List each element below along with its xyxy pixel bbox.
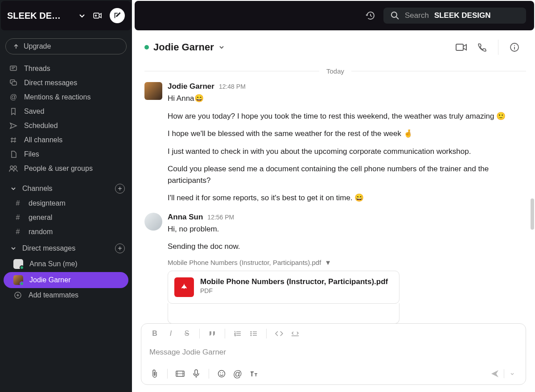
scrollbar[interactable] (531, 198, 534, 230)
nav-threads[interactable]: Threads (0, 62, 132, 76)
attachment-card[interactable]: Mobile Phone Numbers (Instructor, Partic… (168, 271, 399, 304)
info-icon[interactable] (506, 39, 523, 55)
emoji-icon[interactable] (214, 367, 229, 380)
add-teammates[interactable]: Add teammates (4, 288, 128, 302)
add-dm-icon[interactable]: + (115, 243, 125, 253)
workspace-switcher[interactable]: SLEEK DE… (1, 1, 131, 30)
svg-rect-15 (195, 370, 198, 375)
chevron-down-icon (78, 12, 86, 19)
mic-icon[interactable] (189, 367, 203, 380)
nav-people[interactable]: People & user groups (0, 161, 132, 176)
message-input[interactable]: Message Jodie Garner (141, 343, 526, 365)
search-placeholder: Search (405, 11, 429, 20)
plus-circle-icon (13, 291, 22, 299)
upgrade-button[interactable]: Upgrade (5, 38, 127, 54)
mention-icon[interactable]: @ (230, 367, 245, 380)
phone-call-icon[interactable] (474, 39, 490, 55)
upgrade-icon (13, 43, 19, 50)
date-divider: Today (144, 67, 526, 75)
message-list[interactable]: Today Jodie Garner12:48 PM Hi Anna😄 How … (132, 65, 535, 323)
pdf-icon (174, 277, 194, 297)
code-button[interactable] (272, 327, 286, 340)
format-toolbar: B I S (141, 324, 526, 343)
channel-random[interactable]: #random (4, 225, 128, 239)
compose-icon[interactable] (110, 8, 125, 23)
topbar: Search SLEEK DESIGN (135, 1, 534, 30)
strike-button[interactable]: S (180, 327, 194, 340)
people-icon (9, 165, 18, 172)
quote-button[interactable] (205, 327, 219, 340)
svg-point-7 (391, 12, 397, 17)
ordered-list-button[interactable] (230, 327, 245, 340)
workspace-name: SLEEK DE… (7, 11, 74, 21)
search-input[interactable]: Search SLEEK DESIGN (383, 8, 526, 24)
svg-point-11 (251, 331, 252, 333)
nav-all-channels[interactable]: All channels (0, 133, 132, 147)
channel-general[interactable]: #general (4, 210, 128, 225)
bullet-list-button[interactable] (247, 327, 261, 340)
history-icon[interactable] (366, 11, 375, 21)
caret-down-icon: ▼ (325, 259, 331, 266)
bold-button[interactable]: B (148, 327, 162, 340)
upgrade-label: Upgrade (24, 42, 51, 50)
attach-icon[interactable] (148, 367, 162, 380)
svg-point-4 (10, 166, 13, 169)
dm-icon (9, 79, 18, 87)
italic-button[interactable]: I (164, 327, 178, 340)
svg-point-10 (514, 45, 515, 46)
svg-rect-3 (12, 82, 16, 85)
sender-name[interactable]: Jodie Garner (168, 82, 214, 91)
message-text: Hi Anna😄 (168, 93, 526, 104)
video-clip-icon[interactable] (173, 367, 187, 380)
svg-rect-1 (10, 66, 16, 70)
send-button[interactable] (487, 367, 503, 380)
chat-header: Jodie Garner (132, 30, 535, 65)
nav-scheduled[interactable]: Scheduled (0, 119, 132, 133)
search-target: SLEEK DESIGN (434, 11, 491, 20)
presence-indicator (20, 265, 24, 270)
dm-jodie-garner[interactable]: Jodie Garner (4, 272, 128, 288)
code-block-button[interactable] (288, 327, 302, 340)
chat-title[interactable]: Jodie Garner (153, 41, 214, 53)
sidebar: SLEEK DE… Upgrade Threads Direct message… (0, 0, 132, 392)
avatar[interactable] (144, 213, 162, 231)
nav-list: Threads Direct messages @Mentions & reac… (0, 58, 132, 179)
format-toggle-icon[interactable] (247, 367, 261, 380)
sender-name[interactable]: Anna Sun (168, 213, 203, 222)
chevron-down-icon[interactable] (218, 44, 225, 50)
timestamp: 12:48 PM (219, 83, 246, 90)
attachment-preview[interactable] (168, 303, 399, 324)
nav-saved[interactable]: Saved (0, 104, 132, 119)
message-text: Could you please send me a document cont… (168, 163, 526, 186)
message-text: I hope we'll be blessed with the same we… (168, 128, 526, 140)
avatar (13, 259, 23, 269)
message-text: I'll need it for some reports, so it's b… (168, 192, 526, 204)
add-channel-icon[interactable]: + (115, 184, 125, 194)
nav-files[interactable]: Files (0, 147, 132, 161)
message-composer: B I S Message Jodie Garner @ (141, 323, 526, 385)
avatar[interactable] (144, 82, 162, 100)
video-call-icon[interactable] (453, 39, 469, 55)
nav-mentions[interactable]: @Mentions & reactions (0, 90, 132, 104)
channels-header[interactable]: Channels + (0, 179, 132, 196)
main-area: Search SLEEK DESIGN Jodie Garner Today J… (132, 0, 535, 392)
svg-rect-8 (456, 44, 463, 50)
composer-actions: @ (141, 365, 526, 384)
hash-icon: # (13, 214, 22, 222)
new-huddle-icon[interactable] (90, 8, 105, 23)
timestamp: 12:56 PM (207, 214, 234, 221)
chevron-down-icon (9, 186, 18, 191)
attachment-label[interactable]: Mobile Phone Numbers (Instructor, Partic… (168, 259, 526, 266)
svg-point-13 (251, 335, 252, 336)
scheduled-icon (9, 122, 18, 129)
attachment-type: PDF (200, 287, 388, 294)
svg-point-17 (220, 372, 221, 373)
nav-direct-messages[interactable]: Direct messages (0, 76, 132, 90)
message: Jodie Garner12:48 PM Hi Anna😄 How are yo… (144, 82, 526, 210)
dms-header[interactable]: Direct messages + (0, 239, 132, 256)
svg-point-12 (251, 333, 252, 334)
send-options-icon[interactable] (505, 367, 519, 380)
dm-anna-sun[interactable]: Anna Sun (me) (4, 256, 128, 272)
avatar (13, 275, 23, 285)
channel-designteam[interactable]: #designteam (4, 196, 128, 210)
